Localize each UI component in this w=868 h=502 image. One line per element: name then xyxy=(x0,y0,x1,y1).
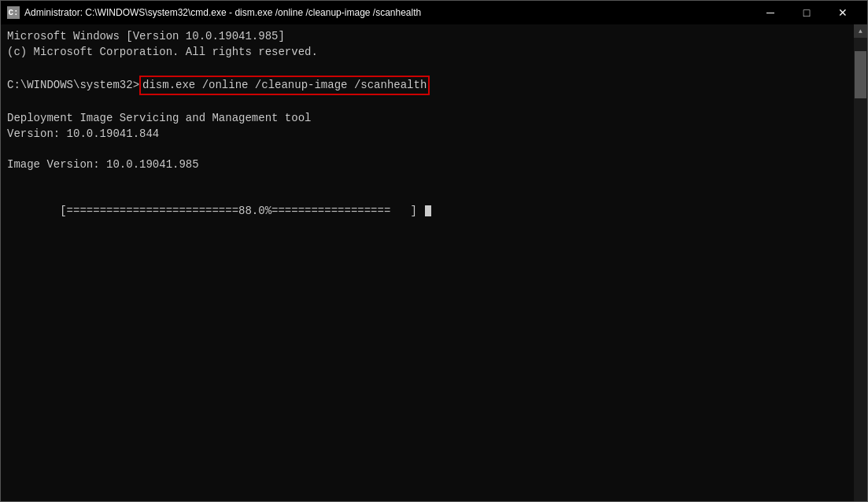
scrollbar-thumb[interactable] xyxy=(855,51,866,98)
close-button[interactable]: ✕ xyxy=(825,1,861,24)
output-line-blank2 xyxy=(7,142,848,157)
output-line-blank1 xyxy=(7,95,848,111)
title-bar: C: Administrator: C:\WINDOWS\system32\cm… xyxy=(1,1,867,24)
output-line-1: Microsoft Windows [Version 10.0.19041.98… xyxy=(7,29,848,45)
cursor xyxy=(425,205,431,216)
window-controls: ─ □ ✕ xyxy=(752,1,861,24)
prompt-text: C:\WINDOWS\system32> xyxy=(7,78,139,94)
window-title: Administrator: C:\WINDOWS\system32\cmd.e… xyxy=(24,7,752,18)
output-line-6: Version: 10.0.19041.844 xyxy=(7,127,848,142)
terminal-output[interactable]: Microsoft Windows [Version 10.0.19041.98… xyxy=(1,24,854,501)
minimize-button[interactable]: ─ xyxy=(752,1,789,24)
maximize-button[interactable]: □ xyxy=(789,1,825,24)
command-text: dism.exe /online /cleanup-image /scanhea… xyxy=(139,76,430,96)
window-icon: C: xyxy=(7,6,20,19)
content-area: Microsoft Windows [Version 10.0.19041.98… xyxy=(1,24,867,501)
output-line-blank3 xyxy=(7,172,848,188)
scrollbar[interactable]: ▲ xyxy=(854,24,867,501)
output-line-5: Deployment Image Servicing and Managemen… xyxy=(7,111,848,127)
output-line-2: (c) Microsoft Corporation. All rights re… xyxy=(7,45,848,61)
output-line-8: Image Version: 10.0.19041.985 xyxy=(7,157,848,173)
output-line-3 xyxy=(7,60,848,76)
cmd-window: C: Administrator: C:\WINDOWS\system32\cm… xyxy=(0,0,868,502)
progress-text: [==========================88.0%========… xyxy=(60,205,423,217)
prompt-line: C:\WINDOWS\system32>dism.exe /online /cl… xyxy=(7,76,848,96)
scroll-up-arrow[interactable]: ▲ xyxy=(854,24,867,38)
progress-line: [==========================88.0%========… xyxy=(7,188,848,234)
